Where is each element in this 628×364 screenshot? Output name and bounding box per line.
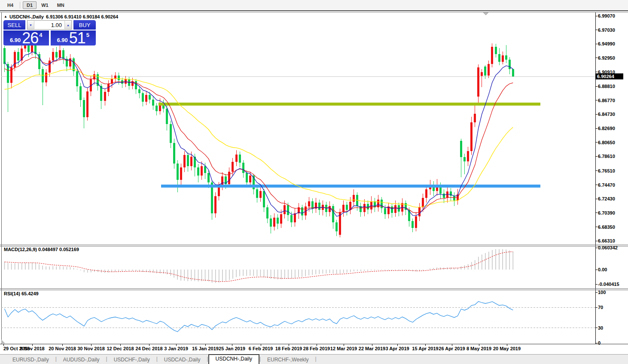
date-axis-label: 30 Nov 2018: [77, 346, 105, 351]
date-axis-label: 20 May 2019: [493, 346, 521, 351]
date-axis-label: 18 Feb 2019: [275, 346, 302, 351]
chart-shift-marker-icon[interactable]: [483, 12, 488, 15]
price-axis-label: 6.82690: [598, 126, 615, 131]
price-axis-label: 6.99070: [598, 13, 615, 18]
date-axis-label: 8 May 2019: [466, 346, 491, 351]
timeframe-button-mn[interactable]: MN: [53, 1, 68, 9]
date-axis-label: 15 Jan 2019: [192, 346, 219, 351]
date-axis-label: 12 Dec 2018: [107, 346, 134, 351]
price-axis-label: 6.70390: [598, 210, 615, 215]
rsi-axis-label: 70: [598, 305, 603, 310]
price-axis-label: 6.88810: [598, 84, 615, 89]
axis-ticks: [3, 16, 598, 346]
date-axis-label: 8 Nov 2018: [20, 346, 44, 351]
collapse-panel-icon[interactable]: ▲: [4, 15, 7, 19]
ask-price-box[interactable]: 6.90 51 5: [51, 30, 96, 46]
ask-price-prefix: 6.90: [57, 37, 67, 43]
macd-axis-label: 0.00: [598, 267, 607, 272]
chart-tab-usdcad[interactable]: USDCAD-,Daily: [158, 355, 207, 364]
date-axis-label: 20 Nov 2018: [49, 346, 76, 351]
chart-ohlc-values: 6.91306 6.91410 6.90184 6.90264: [46, 14, 118, 19]
macd-indicator: [5, 249, 513, 283]
toolbar-divider: [20, 2, 20, 9]
rsi-axis-label: 0: [598, 340, 601, 346]
buy-button[interactable]: BUY: [73, 20, 96, 30]
date-axis-label: 28 Feb 2019: [303, 346, 330, 351]
price-axis-label: 6.92950: [598, 55, 615, 61]
lot-size-input[interactable]: [34, 20, 65, 30]
rsi-label: RSI(14) 65.4249: [4, 291, 39, 296]
rsi-axis-label: 100: [598, 290, 606, 295]
mt4-platform: { "toolbar": { "timeframes": [ {"label":…: [0, 0, 628, 364]
date-axis-label: 25 Jan 2019: [219, 346, 245, 351]
bid-price-big: 26: [22, 31, 38, 45]
date-axis-label: 22 Mar 2019: [359, 346, 385, 351]
macd-label: MACD(12,26,9) 0.048497 0.052169: [4, 247, 79, 252]
price-axis-label: 6.84730: [598, 112, 615, 117]
chart-canvas: [0, 0, 628, 364]
date-axis-label: 6 Feb 2019: [249, 346, 273, 351]
date-axis-label: 12 Mar 2019: [330, 346, 357, 351]
date-axis-label: 24 Dec 2018: [136, 346, 163, 351]
timeframe-toolbar: H4D1W1MN: [0, 0, 628, 10]
lot-decrease-button[interactable]: ▼: [27, 20, 34, 30]
bid-price-prefix: 6.90: [10, 37, 21, 43]
ask-price-pip: 5: [86, 32, 89, 38]
price-axis-label: 6.80650: [598, 140, 615, 145]
bid-price-pip: 4: [39, 32, 42, 38]
chart-tabs-bar: EURUSD-,Daily|AUDUSD-,Daily|USDCHF-,Dail…: [0, 354, 628, 364]
macd-axis-label: 0.060342: [598, 245, 618, 250]
subwindow-resize-grip-icon[interactable]: [1, 340, 5, 343]
price-axis-label: 6.86770: [598, 98, 615, 103]
toolbar-separator: [0, 10, 628, 12]
sell-button[interactable]: SELL: [3, 20, 25, 30]
chart-tab-eurchf[interactable]: EURCHF-,Weekly: [261, 355, 315, 364]
horizontal-line-objects[interactable]: [159, 103, 540, 188]
timeframe-button-w1[interactable]: W1: [37, 1, 52, 9]
chart-tab-eurusd[interactable]: EURUSD-,Daily: [6, 355, 55, 364]
date-axis-label: 15 Apr 2019: [412, 346, 438, 351]
chart-tab-usdcnh[interactable]: USDCNH-,Daily: [208, 354, 259, 364]
tab-divider: |: [315, 356, 316, 363]
macd-axis-label: -0.040415: [598, 282, 619, 287]
timeframe-button-d1[interactable]: D1: [23, 1, 37, 9]
price-axis-label: 6.72430: [598, 196, 615, 201]
lot-increase-button[interactable]: ▲: [65, 20, 72, 30]
chart-tab-usdchf[interactable]: USDCHF-,Daily: [107, 355, 156, 364]
chart-title: ▲ USDCNH-,Daily 6.91306 6.91410 6.90184 …: [4, 14, 118, 19]
timeframe-button-h4[interactable]: H4: [3, 1, 17, 9]
rsi-indicator: [1, 301, 595, 332]
price-axis-label: 6.97030: [598, 27, 615, 33]
price-axis-label: 6.76510: [598, 168, 615, 173]
price-axis-label: 6.68350: [598, 224, 615, 230]
price-axis-label: 6.94990: [598, 41, 615, 46]
hline-resistance[interactable]: [159, 103, 540, 106]
chart-symbol-label: USDCNH-,Daily: [9, 14, 44, 19]
panel-borders: [0, 12, 628, 344]
date-axis-label: 3 Jan 2019: [164, 346, 188, 351]
one-click-trading-panel: SELL ▼ ▲ BUY 6.90 26 4 6.90 51 5: [3, 20, 96, 46]
price-axis-label: 6.78610: [598, 154, 615, 159]
current-price-tag: 6.90264: [596, 73, 623, 79]
date-axis-label: 26 Apr 2019: [439, 346, 465, 351]
ask-price-big: 51: [69, 31, 85, 45]
price-axis-label: 6.66310: [598, 238, 615, 243]
date-axis-label: 3 Apr 2019: [385, 346, 409, 351]
rsi-axis-label: 30: [598, 325, 603, 331]
chart-tab-audusd[interactable]: AUDUSD-,Daily: [57, 355, 106, 364]
price-axis-label: 6.74470: [598, 182, 615, 188]
bid-price-box[interactable]: 6.90 26 4: [3, 30, 49, 46]
